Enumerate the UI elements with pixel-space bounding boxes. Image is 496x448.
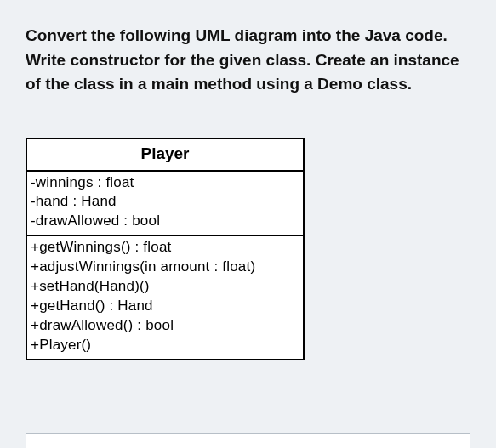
uml-method: +Player() (31, 336, 299, 355)
uml-attributes-section: -winnings : float -hand : Hand -drawAllo… (27, 172, 303, 237)
uml-method: +setHand(Hand)() (31, 277, 299, 297)
uml-attribute: -drawAllowed : bool (31, 212, 299, 231)
question-prompt: Convert the following UML diagram into t… (26, 24, 470, 97)
uml-attribute: -hand : Hand (31, 192, 299, 212)
uml-class-diagram: Player -winnings : float -hand : Hand -d… (26, 138, 305, 360)
uml-method: +getHand() : Hand (31, 297, 299, 316)
uml-attribute: -winnings : float (31, 173, 299, 193)
uml-class-name: Player (27, 139, 303, 172)
uml-methods-section: +getWinnings() : float +adjustWinnings(i… (27, 236, 303, 359)
answer-input-box[interactable] (26, 433, 470, 448)
uml-method: +drawAllowed() : bool (31, 316, 299, 336)
uml-method: +getWinnings() : float (31, 238, 299, 258)
uml-method: +adjustWinnings(in amount : float) (31, 258, 299, 277)
